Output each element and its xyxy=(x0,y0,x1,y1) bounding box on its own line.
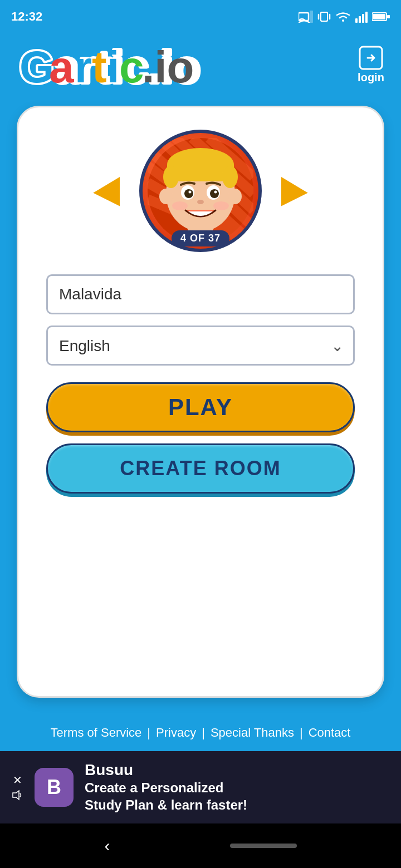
status-time: 12:32 xyxy=(11,9,42,24)
login-label: login xyxy=(358,71,384,84)
cast-icon xyxy=(299,11,313,23)
svg-marker-50 xyxy=(13,791,19,800)
svg-rect-6 xyxy=(355,18,358,23)
avatar-prev-button[interactable] xyxy=(89,174,123,208)
svg-point-45 xyxy=(214,191,217,194)
header: .logo-letter { font-family: 'Arial Round… xyxy=(0,33,401,100)
vibrate-icon xyxy=(317,10,331,23)
ad-text: Create a PersonalizedStudy Plan & learn … xyxy=(85,779,247,813)
app-logo: .logo-letter { font-family: 'Arial Round… xyxy=(17,39,228,89)
ad-brand-name: Busuu xyxy=(85,761,247,779)
home-indicator[interactable] xyxy=(230,844,297,848)
special-thanks-link[interactable]: Special Thanks xyxy=(205,726,300,740)
chevron-right-icon xyxy=(278,174,312,213)
play-button[interactable]: PLAY xyxy=(46,382,355,432)
svg-text:t: t xyxy=(92,42,107,89)
status-bar: 12:32 xyxy=(0,0,401,33)
language-select-wrapper: English Spanish Portuguese French German… xyxy=(46,326,355,366)
avatar-section: 4 OF 37 xyxy=(46,130,355,252)
avatar-counter: 4 OF 37 xyxy=(172,230,229,246)
svg-text:a: a xyxy=(49,42,74,89)
svg-point-47 xyxy=(172,201,188,210)
signal-icon xyxy=(355,11,368,23)
svg-marker-22 xyxy=(92,177,120,210)
svg-rect-1 xyxy=(310,11,313,23)
svg-rect-11 xyxy=(373,14,385,19)
avatar-container[interactable]: 4 OF 37 xyxy=(139,130,262,252)
ad-speaker-icon xyxy=(11,789,23,801)
avatar-next-button[interactable] xyxy=(278,174,312,208)
terms-of-service-link[interactable]: Terms of Service xyxy=(45,726,148,740)
contact-link[interactable]: Contact xyxy=(303,726,356,740)
nav-bar: ‹ xyxy=(0,823,401,868)
ad-brand-logo: B xyxy=(35,768,74,807)
name-input[interactable] xyxy=(46,274,355,314)
svg-point-48 xyxy=(213,201,229,210)
svg-point-39 xyxy=(228,189,242,204)
svg-text:.io: .io xyxy=(142,42,194,89)
svg-point-46 xyxy=(197,200,204,204)
svg-marker-49 xyxy=(281,177,309,210)
svg-rect-8 xyxy=(362,14,364,23)
privacy-link[interactable]: Privacy xyxy=(150,726,202,740)
svg-point-37 xyxy=(222,166,238,188)
svg-point-36 xyxy=(163,166,179,188)
svg-rect-7 xyxy=(359,16,361,23)
avatar-face-svg xyxy=(148,138,253,244)
ad-banner: ✕ B Busuu Create a PersonalizedStudy Pla… xyxy=(0,751,401,823)
status-icons xyxy=(299,10,390,23)
footer-links: Terms of Service | Privacy | Special Tha… xyxy=(0,714,401,751)
login-icon xyxy=(358,45,384,71)
ad-close-controls: ✕ xyxy=(11,773,23,801)
chevron-left-icon xyxy=(89,174,123,213)
name-input-wrapper xyxy=(46,274,355,314)
svg-point-42 xyxy=(184,189,193,198)
language-select[interactable]: English Spanish Portuguese French German… xyxy=(46,326,355,366)
svg-rect-2 xyxy=(321,12,327,21)
create-room-button[interactable]: CREATE ROOM xyxy=(46,443,355,494)
main-card: 4 OF 37 English Spanish Portuguese Frenc… xyxy=(17,106,384,698)
svg-rect-9 xyxy=(365,12,368,23)
wifi-icon xyxy=(335,11,351,23)
ad-close-button[interactable]: ✕ xyxy=(13,773,22,787)
svg-rect-12 xyxy=(387,15,390,18)
svg-rect-3 xyxy=(321,12,327,21)
svg-text:i: i xyxy=(107,42,119,89)
svg-point-44 xyxy=(189,191,192,194)
svg-text:c: c xyxy=(119,42,144,89)
svg-point-43 xyxy=(210,189,219,198)
battery-icon xyxy=(372,12,390,22)
login-button[interactable]: login xyxy=(358,45,384,84)
svg-text:r: r xyxy=(75,42,92,89)
ad-content[interactable]: Busuu Create a PersonalizedStudy Plan & … xyxy=(85,761,247,813)
back-button[interactable]: ‹ xyxy=(105,836,110,855)
svg-point-38 xyxy=(159,189,173,204)
